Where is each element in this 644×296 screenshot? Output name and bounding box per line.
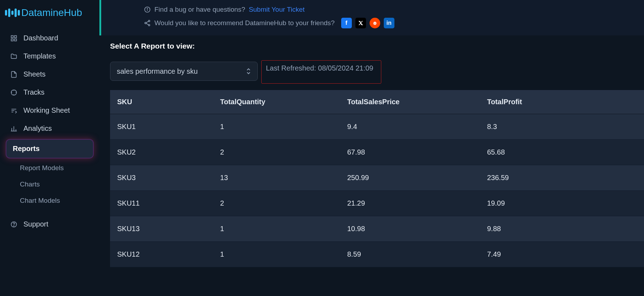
- svg-point-19: [148, 24, 150, 26]
- sidebar-item-label: Reports: [13, 145, 40, 153]
- report-select[interactable]: sales performance by sku: [110, 62, 258, 81]
- col-header-qty[interactable]: TotalQuantity: [213, 90, 340, 114]
- table-cell: SKU2: [110, 140, 213, 165]
- share-icon: [144, 19, 151, 27]
- svg-rect-3: [15, 39, 17, 41]
- report-select-value: sales performance by sku: [117, 67, 198, 76]
- table-row[interactable]: SKU11221.2919.09: [110, 191, 644, 216]
- sidebar-item-working-sheet[interactable]: Working Sheet: [4, 101, 96, 119]
- table-cell: 10.98: [340, 216, 480, 242]
- table-cell: 21.29: [340, 191, 480, 216]
- sidebar-item-tracks[interactable]: Tracks: [4, 83, 96, 101]
- select-chevron-icon: [246, 68, 251, 75]
- target-icon: [10, 89, 18, 96]
- table-cell: 8.59: [340, 242, 480, 267]
- last-refreshed-text: Last Refreshed: 08/05/2024 21:09: [266, 64, 373, 72]
- section-title: Select A Report to view:: [110, 42, 644, 50]
- sidebar-item-label: Working Sheet: [23, 106, 70, 115]
- table-cell: 1: [213, 242, 340, 267]
- svg-point-17: [148, 20, 150, 22]
- logo-icon: [5, 9, 20, 17]
- file-icon: [10, 71, 18, 78]
- table-row[interactable]: SKU1218.597.49: [110, 242, 644, 267]
- svg-rect-1: [15, 35, 17, 38]
- folder-icon: [10, 53, 18, 60]
- table-cell: 2: [213, 191, 340, 216]
- table-cell: 2: [213, 140, 340, 165]
- bug-text: Find a bug or have questions?: [154, 6, 245, 13]
- table-cell: SKU11: [110, 191, 213, 216]
- svg-line-21: [146, 23, 148, 25]
- sidebar-item-charts[interactable]: Charts: [4, 176, 96, 192]
- sidebar-item-label: Report Models: [20, 164, 64, 172]
- x-icon[interactable]: [355, 18, 366, 28]
- sidebar-item-label: Support: [23, 220, 48, 228]
- sidebar-item-dashboard[interactable]: Dashboard: [4, 29, 96, 47]
- table-cell: SKU13: [110, 216, 213, 242]
- col-header-sku[interactable]: SKU: [110, 90, 213, 114]
- logo[interactable]: DatamineHub: [0, 4, 99, 29]
- sidebar-item-analytics[interactable]: Analytics: [4, 119, 96, 138]
- facebook-icon[interactable]: f: [341, 18, 352, 28]
- bug-row: Find a bug or have questions? Submit You…: [144, 4, 638, 16]
- table-cell: 7.49: [480, 242, 644, 267]
- table-cell: 250.99: [340, 165, 480, 191]
- content: Select A Report to view: sales performan…: [99, 42, 644, 267]
- sidebar-item-label: Templates: [23, 52, 56, 60]
- social-icons: f in: [341, 18, 394, 28]
- svg-point-23: [373, 23, 374, 23]
- table-row[interactable]: SKU13110.989.88: [110, 216, 644, 242]
- table-row[interactable]: SKU119.48.3: [110, 114, 644, 140]
- sidebar-item-sheets[interactable]: Sheets: [4, 65, 96, 83]
- sidebar-item-label: Charts: [20, 180, 40, 188]
- main: Find a bug or have questions? Submit You…: [99, 0, 644, 296]
- nav: Dashboard Templates Sheets Tracks Workin…: [0, 29, 99, 233]
- svg-point-16: [147, 8, 147, 9]
- table-cell: 19.09: [480, 191, 644, 216]
- sidebar-item-reports[interactable]: Reports: [6, 140, 93, 158]
- submit-ticket-link[interactable]: Submit Your Ticket: [249, 6, 305, 13]
- chart-icon: [10, 125, 18, 132]
- table-cell: 236.59: [480, 165, 644, 191]
- sidebar-item-templates[interactable]: Templates: [4, 47, 96, 65]
- table-row[interactable]: SKU313250.99236.59: [110, 165, 644, 191]
- help-icon: [10, 221, 18, 228]
- table-cell: SKU1: [110, 114, 213, 140]
- sidebar-item-chart-models[interactable]: Chart Models: [4, 192, 96, 209]
- sidebar-item-label: Dashboard: [23, 34, 58, 42]
- report-table: SKU TotalQuantity TotalSalesPrice TotalP…: [110, 90, 644, 267]
- sidebar-item-label: Analytics: [23, 124, 52, 133]
- table-cell: 9.4: [340, 114, 480, 140]
- svg-point-13: [13, 225, 14, 226]
- table-cell: SKU3: [110, 165, 213, 191]
- sidebar: DatamineHub Dashboard Templates Sheets T…: [0, 0, 99, 296]
- recommend-row: Would you like to recommend DatamineHub …: [144, 16, 638, 30]
- svg-line-20: [146, 21, 148, 23]
- col-header-sales[interactable]: TotalSalesPrice: [340, 90, 480, 114]
- svg-rect-2: [11, 39, 13, 41]
- svg-point-18: [145, 22, 146, 24]
- table-cell: 1: [213, 216, 340, 242]
- controls-row: sales performance by sku Last Refreshed:…: [110, 62, 644, 84]
- reddit-icon[interactable]: [370, 18, 380, 28]
- sidebar-item-support[interactable]: Support: [4, 215, 96, 233]
- sidebar-item-label: Chart Models: [20, 197, 60, 204]
- table-cell: SKU12: [110, 242, 213, 267]
- sidebar-item-label: Tracks: [23, 88, 44, 96]
- sidebar-item-report-models[interactable]: Report Models: [4, 160, 96, 176]
- dashboard-icon: [10, 35, 18, 42]
- info-icon: [144, 6, 151, 13]
- info-banner: Find a bug or have questions? Submit You…: [99, 0, 644, 35]
- table-cell: 67.98: [340, 140, 480, 165]
- table-cell: 9.88: [480, 216, 644, 242]
- linkedin-icon[interactable]: in: [384, 18, 394, 28]
- col-header-profit[interactable]: TotalProfit: [480, 90, 644, 114]
- table-cell: 65.68: [480, 140, 644, 165]
- sidebar-item-label: Sheets: [23, 70, 45, 78]
- last-refreshed-box: Last Refreshed: 08/05/2024 21:09: [261, 60, 381, 84]
- edit-lines-icon: [10, 107, 18, 114]
- svg-point-24: [375, 23, 376, 23]
- table-cell: 13: [213, 165, 340, 191]
- logo-text: DatamineHub: [21, 7, 82, 18]
- table-row[interactable]: SKU2267.9865.68: [110, 140, 644, 165]
